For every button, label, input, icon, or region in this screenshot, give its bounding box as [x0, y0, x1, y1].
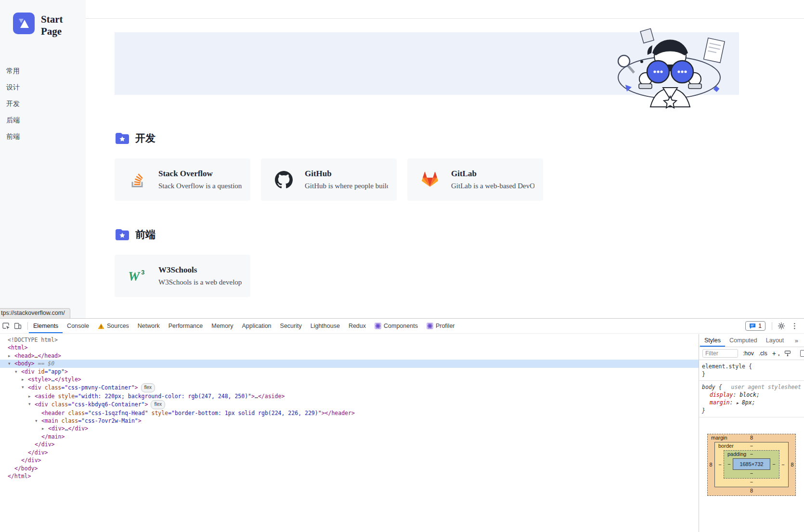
- gitlab-icon: [421, 170, 439, 189]
- box-model-margin: margin 8 8 border − −: [707, 434, 796, 496]
- box-model-diagram[interactable]: margin 8 8 border − −: [707, 434, 796, 496]
- chat-badge-icon: [749, 323, 756, 329]
- devtools-tab-network[interactable]: Network: [133, 319, 164, 333]
- css-property[interactable]: margin: ▸ 8px;: [702, 399, 801, 407]
- device-toolbar-icon[interactable]: [14, 322, 22, 330]
- main-area: 开发Stack OverflowStack Overflow is a ques…: [86, 0, 804, 318]
- collapsed-arrow-icon[interactable]: ▸: [8, 352, 11, 360]
- dom-tree-row[interactable]: <!DOCTYPE html>: [0, 336, 699, 344]
- app-logo[interactable]: Start Page: [0, 0, 86, 38]
- chevron-down-icon: ▾: [778, 353, 780, 360]
- stylesheet-origin: user agent stylesheet: [725, 383, 801, 391]
- dom-tree-row[interactable]: <header class="css-1sqzfnq-Head" style="…: [0, 409, 699, 417]
- sidebar-item-3[interactable]: 开发: [6, 100, 86, 108]
- dom-tree-row[interactable]: </body>: [0, 465, 699, 472]
- styles-options-icon[interactable]: [784, 350, 791, 357]
- bookmark-card[interactable]: W3W3SchoolsW3Schools is a web developer …: [115, 255, 250, 297]
- bookmark-card[interactable]: GitLabGitLab is a web-based DevOps li…: [407, 158, 543, 201]
- dom-tree-row[interactable]: ▸<head>…</head>: [0, 352, 699, 360]
- devtools-tab-memory[interactable]: Memory: [207, 319, 237, 333]
- dom-tree-row[interactable]: ▸<aside style="width: 220px; background-…: [0, 392, 699, 400]
- clipped-toolbar-icon[interactable]: [800, 350, 804, 357]
- devtools-tab-application[interactable]: Application: [237, 319, 275, 333]
- bookmark-sections: 开发Stack OverflowStack Overflow is a ques…: [115, 131, 804, 297]
- bookmark-section: 前端W3W3SchoolsW3Schools is a web develope…: [115, 228, 804, 297]
- expanded-arrow-icon[interactable]: ▾: [22, 383, 24, 391]
- devtools-tab-performance[interactable]: Performance: [164, 319, 207, 333]
- expanded-arrow-icon[interactable]: ▾: [28, 400, 31, 408]
- more-tabs-chevron[interactable]: »: [795, 334, 803, 347]
- card-description: Stack Overflow is a question and …: [158, 182, 242, 190]
- styles-tab-computed[interactable]: Computed: [725, 334, 762, 347]
- banner: [115, 32, 739, 95]
- card-title: W3Schools: [158, 265, 242, 275]
- devtools-tab-security[interactable]: Security: [276, 319, 306, 333]
- app-logo-icon: [13, 13, 35, 34]
- sidebar-item-5[interactable]: 前端: [6, 132, 86, 141]
- bookmark-card[interactable]: GitHubGitHub is where people build sof…: [261, 158, 397, 201]
- screen: Start Page 常用设计开发后端前端: [0, 0, 804, 532]
- collapsed-arrow-icon[interactable]: ▸: [42, 425, 44, 432]
- dom-tree-row[interactable]: ▾<div id="app">: [0, 368, 699, 376]
- dom-tree-row[interactable]: ▾<body> == $0: [0, 360, 699, 367]
- devtools-tab-elements[interactable]: Elements: [29, 319, 63, 333]
- collapsed-arrow-icon[interactable]: ▸: [28, 392, 31, 400]
- flex-badge[interactable]: flex: [151, 400, 165, 409]
- sidebar-item-1[interactable]: 常用: [6, 67, 86, 76]
- console-badge[interactable]: 1: [745, 321, 765, 331]
- collapsed-arrow-icon[interactable]: ▸: [22, 376, 24, 383]
- expanded-arrow-icon[interactable]: ▾: [8, 360, 11, 367]
- class-toggle[interactable]: .cls: [759, 350, 767, 357]
- styles-filter-input[interactable]: [702, 349, 738, 358]
- css-property[interactable]: display: block;: [702, 391, 801, 399]
- app-title: Start Page: [41, 13, 63, 38]
- dom-tree-row[interactable]: ▸<div>…</div>: [0, 425, 699, 432]
- more-menu-icon[interactable]: ⋮: [790, 322, 800, 330]
- status-url-tooltip: tps://stackoverflow.com/: [0, 308, 70, 318]
- banner-illustration: [612, 26, 726, 107]
- sidebar-item-2[interactable]: 设计: [6, 83, 86, 92]
- style-rule-body[interactable]: body { user agent stylesheet display: bl…: [699, 381, 804, 417]
- inspect-icon[interactable]: [2, 322, 10, 330]
- devtools-tab-profiler[interactable]: Profiler: [422, 319, 459, 333]
- styles-tab-styles[interactable]: Styles: [700, 334, 725, 347]
- expanded-arrow-icon[interactable]: ▾: [15, 368, 17, 376]
- card-description: GitLab is a web-based DevOps li…: [451, 182, 534, 190]
- settings-gear-icon[interactable]: [778, 322, 785, 330]
- style-rule-element-style[interactable]: element.style { }: [699, 360, 804, 381]
- react-icon: [375, 323, 381, 329]
- folder-star-icon: [115, 131, 130, 145]
- devtools-tab-components[interactable]: Components: [370, 319, 422, 333]
- style-rules: element.style { } body { user agent styl…: [699, 360, 804, 417]
- dom-tree-row[interactable]: ▸<style>…</style>: [0, 376, 699, 383]
- sidebar-item-4[interactable]: 后端: [6, 116, 86, 125]
- dom-tree-row[interactable]: </div>: [0, 449, 699, 456]
- stackoverflow-icon: [128, 170, 146, 189]
- devtools-tab-redux[interactable]: Redux: [344, 319, 370, 333]
- dom-tree-row[interactable]: ▾<div class="css-pmvny-Container">flex: [0, 383, 699, 392]
- dom-tree-row[interactable]: <html>: [0, 344, 699, 351]
- dom-tree-row[interactable]: </html>: [0, 472, 699, 480]
- pseudo-state-toggle[interactable]: :hov: [743, 350, 754, 357]
- box-model-border: border − − padding −: [714, 442, 789, 487]
- dom-tree-row[interactable]: </div>: [0, 456, 699, 464]
- react-icon: [427, 323, 433, 329]
- dom-tree-row[interactable]: </main>: [0, 433, 699, 441]
- box-model-padding: padding − − 1685×732 − −: [724, 450, 779, 479]
- dom-tree-row[interactable]: ▾<div class="css-kbdyq6-Container">flex: [0, 400, 699, 409]
- styles-tab-layout[interactable]: Layout: [762, 334, 789, 347]
- styles-toolbar: :hov .cls + ▾: [699, 347, 804, 360]
- new-rule-button[interactable]: +: [772, 350, 776, 357]
- devtools-tab-lighthouse[interactable]: Lighthouse: [306, 319, 344, 333]
- flex-badge[interactable]: flex: [141, 383, 156, 392]
- toolbar-separator: [27, 322, 28, 330]
- devtools-tab-sources[interactable]: Sources: [93, 319, 133, 333]
- dom-tree-row[interactable]: ▾<main class="css-7ovr2w-Main">: [0, 417, 699, 425]
- bookmark-card[interactable]: Stack OverflowStack Overflow is a questi…: [115, 158, 250, 201]
- card-description: W3Schools is a web developer sit…: [158, 278, 242, 286]
- expanded-arrow-icon[interactable]: ▾: [35, 417, 38, 425]
- svg-text:W: W: [128, 269, 141, 284]
- devtools-tab-console[interactable]: Console: [63, 319, 93, 333]
- styles-tabs: StylesComputedLayout»: [699, 334, 804, 347]
- dom-tree-row[interactable]: </div>: [0, 441, 699, 448]
